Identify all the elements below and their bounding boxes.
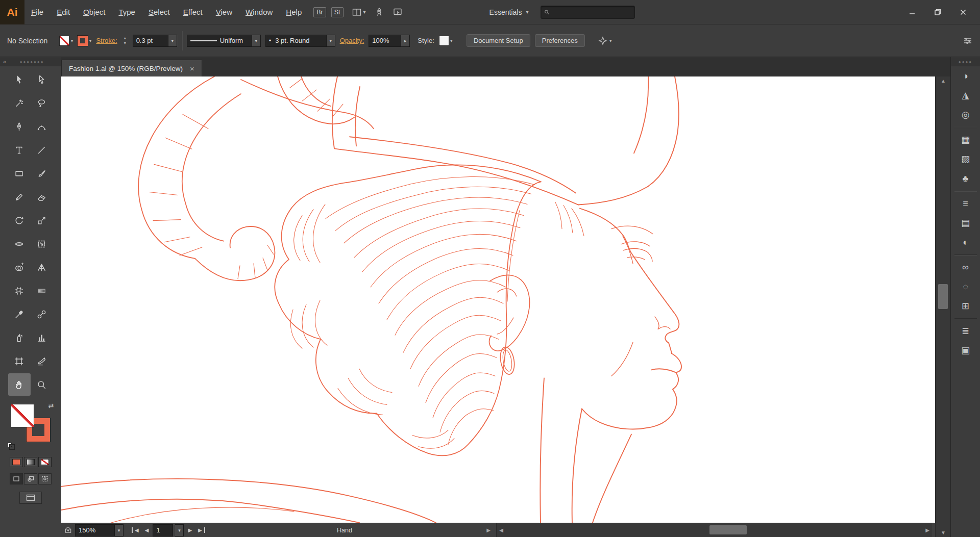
free-transform-tool[interactable] bbox=[31, 233, 53, 255]
eraser-tool[interactable] bbox=[31, 186, 53, 208]
gpu-performance-button[interactable] bbox=[374, 7, 384, 17]
document-setup-button[interactable]: Document Setup bbox=[467, 34, 530, 47]
preferences-button[interactable]: Preferences bbox=[535, 34, 585, 47]
draw-normal-icon[interactable] bbox=[10, 473, 23, 484]
shape-builder-tool[interactable] bbox=[8, 256, 31, 278]
hand-tool[interactable] bbox=[8, 373, 31, 396]
status-menu-icon[interactable] bbox=[64, 526, 72, 534]
opacity-input[interactable] bbox=[372, 37, 398, 44]
scroll-left-icon[interactable]: ◀ bbox=[497, 527, 506, 533]
rectangle-tool[interactable] bbox=[8, 162, 31, 185]
fill-swatch-none[interactable] bbox=[11, 404, 34, 427]
line-segment-tool[interactable] bbox=[31, 139, 53, 161]
column-graph-tool[interactable] bbox=[31, 326, 53, 349]
color-icon[interactable]: ◑ bbox=[955, 66, 976, 86]
bridge-button[interactable]: Br bbox=[313, 7, 326, 17]
stroke-weight-stepper[interactable]: ▴▾ bbox=[122, 36, 128, 46]
minimize-button[interactable] bbox=[899, 4, 925, 21]
brushes-icon[interactable]: ▨ bbox=[955, 149, 976, 169]
draw-inside-icon[interactable] bbox=[38, 473, 52, 484]
artboards-icon[interactable]: ▣ bbox=[955, 341, 976, 360]
transform-icon[interactable]: ⊞ bbox=[955, 296, 976, 316]
style-combo[interactable]: ▾ bbox=[439, 36, 453, 46]
previous-artboard-icon[interactable]: ◀ bbox=[143, 527, 151, 533]
scroll-up-icon[interactable]: ▲ bbox=[936, 78, 951, 84]
stroke-weight-dropdown[interactable]: ▾ bbox=[168, 35, 177, 47]
default-fill-stroke-icon[interactable] bbox=[7, 443, 15, 450]
search-input[interactable] bbox=[552, 9, 631, 16]
type-tool[interactable] bbox=[8, 139, 31, 161]
document-tab[interactable]: Fashion 1.ai @ 150% (RGB/Preview) × bbox=[61, 60, 202, 76]
menu-help[interactable]: Help bbox=[279, 0, 308, 24]
selection-tool[interactable] bbox=[8, 68, 31, 91]
direct-selection-tool[interactable] bbox=[31, 68, 53, 91]
artboard-canvas[interactable] bbox=[61, 76, 935, 523]
scale-tool[interactable] bbox=[31, 209, 53, 232]
menu-window[interactable]: Window bbox=[239, 0, 279, 24]
perspective-grid-tool[interactable] bbox=[31, 256, 53, 278]
menu-edit[interactable]: Edit bbox=[50, 0, 77, 24]
blend-tool[interactable] bbox=[31, 303, 53, 325]
pencil-tool[interactable] bbox=[8, 186, 31, 208]
touch-workspace-button[interactable] bbox=[393, 7, 403, 17]
scroll-down-icon[interactable]: ▼ bbox=[936, 530, 951, 535]
swap-fill-stroke-icon[interactable]: ⇄ bbox=[48, 402, 54, 410]
opacity-dropdown[interactable]: ▸ bbox=[401, 35, 410, 47]
zoom-tool[interactable] bbox=[31, 373, 53, 396]
slice-tool[interactable] bbox=[31, 350, 53, 372]
screen-mode-button[interactable] bbox=[19, 492, 42, 504]
gradient-icon[interactable]: ▤ bbox=[955, 213, 976, 233]
gradient-button[interactable] bbox=[24, 457, 37, 467]
opacity-panel-link[interactable]: Opacity: bbox=[340, 37, 364, 44]
stock-button[interactable]: St bbox=[331, 7, 344, 17]
gradient-tool[interactable] bbox=[31, 279, 53, 302]
rotate-tool[interactable] bbox=[8, 209, 31, 232]
color-guide-icon[interactable]: ◮ bbox=[955, 86, 976, 105]
status-flyout-icon[interactable]: ▶ bbox=[484, 527, 493, 533]
width-profile-dropdown[interactable]: ▾ bbox=[252, 35, 261, 47]
horizontal-scrollbar-thumb[interactable] bbox=[709, 525, 747, 534]
transparency-icon[interactable]: ◐ bbox=[955, 233, 976, 252]
stroke-icon[interactable]: ≡ bbox=[955, 194, 976, 213]
restore-button[interactable] bbox=[925, 4, 950, 21]
eyedropper-tool[interactable] bbox=[8, 303, 31, 325]
horizontal-scrollbar[interactable]: ◀ ▶ bbox=[496, 523, 932, 537]
none-button[interactable] bbox=[38, 457, 52, 467]
symbol-sprayer-tool[interactable] bbox=[8, 326, 31, 349]
pointer-options-button[interactable]: ▾ bbox=[598, 36, 612, 46]
pen-tool[interactable] bbox=[8, 115, 31, 138]
first-artboard-icon[interactable]: ◀ bbox=[132, 527, 141, 533]
mesh-tool[interactable] bbox=[8, 279, 31, 302]
workspace-switcher[interactable]: Essentials ▾ bbox=[489, 8, 529, 16]
stroke-weight-input[interactable] bbox=[136, 37, 165, 44]
menu-file[interactable]: File bbox=[24, 0, 50, 24]
layers-icon[interactable]: ≣ bbox=[955, 321, 976, 341]
brush-value[interactable]: • 3 pt. Round bbox=[265, 35, 327, 47]
menu-select[interactable]: Select bbox=[142, 0, 177, 24]
width-tool[interactable] bbox=[8, 233, 31, 255]
fill-color-combo[interactable]: ▾ bbox=[59, 36, 73, 46]
lasso-tool[interactable] bbox=[31, 92, 53, 114]
arrange-documents-button[interactable]: ▾ bbox=[352, 7, 366, 17]
draw-behind-icon[interactable] bbox=[24, 473, 37, 484]
vertical-scrollbar[interactable]: ▲ ▼ bbox=[935, 76, 950, 537]
magic-wand-tool[interactable] bbox=[8, 92, 31, 114]
swatches-icon[interactable]: ▦ bbox=[955, 130, 976, 149]
artboard-dropdown[interactable]: ▾ bbox=[175, 524, 184, 536]
recolor-artwork-icon[interactable]: ◎ bbox=[955, 105, 976, 124]
scroll-right-icon[interactable]: ▶ bbox=[923, 527, 932, 533]
libraries-icon[interactable]: ∞ bbox=[955, 258, 976, 277]
menu-view[interactable]: View bbox=[209, 0, 239, 24]
stroke-color-combo[interactable]: ▾ bbox=[78, 36, 91, 46]
brush-dropdown[interactable]: ▾ bbox=[327, 35, 335, 47]
symbols-icon[interactable]: ♣ bbox=[955, 169, 976, 188]
tab-close-icon[interactable]: × bbox=[190, 64, 194, 73]
zoom-dropdown[interactable]: ▾ bbox=[115, 524, 124, 536]
stroke-panel-link[interactable]: Stroke: bbox=[96, 37, 117, 44]
menu-type[interactable]: Type bbox=[112, 0, 142, 24]
next-artboard-icon[interactable]: ▶ bbox=[186, 527, 194, 533]
paintbrush-tool[interactable] bbox=[31, 162, 53, 185]
menu-object[interactable]: Object bbox=[77, 0, 112, 24]
panel-dock-grip[interactable]: ●●●● bbox=[954, 60, 977, 64]
control-panel-menu-button[interactable] bbox=[963, 36, 973, 46]
